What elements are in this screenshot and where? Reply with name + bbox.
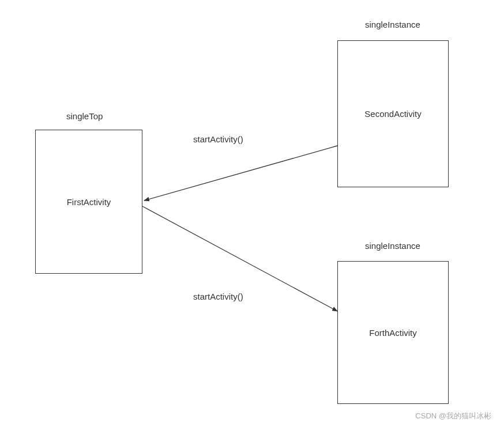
forth-activity-mode-label: singleInstance <box>365 241 420 251</box>
first-activity-box: FirstActivity <box>35 130 142 274</box>
edge-label-first-to-forth: startActivity() <box>193 292 243 301</box>
arrow-second-to-first <box>144 146 337 201</box>
forth-activity-label: ForthActivity <box>369 328 417 338</box>
first-activity-mode-label: singleTop <box>66 111 103 121</box>
second-activity-mode-label: singleInstance <box>365 20 420 29</box>
first-activity-label: FirstActivity <box>67 197 111 207</box>
diagram-canvas: singleTop FirstActivity singleInstance S… <box>0 0 504 427</box>
forth-activity-box: ForthActivity <box>337 261 449 404</box>
second-activity-label: SecondActivity <box>364 109 421 119</box>
edge-label-second-to-first: startActivity() <box>193 134 243 144</box>
watermark-text: CSDN @我的猫叫冰彬 <box>415 411 491 421</box>
second-activity-box: SecondActivity <box>337 40 449 187</box>
